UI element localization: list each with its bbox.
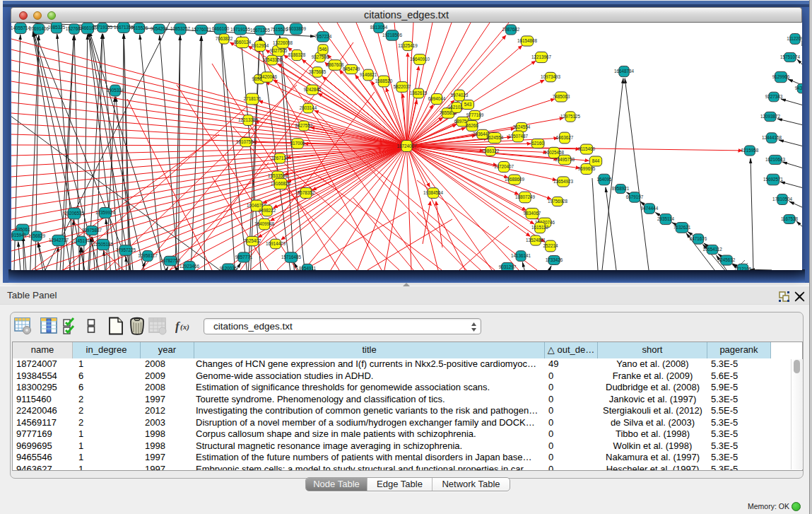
svg-text:16640910: 16640910 [410, 57, 430, 62]
svg-text:2935114: 2935114 [657, 216, 675, 221]
svg-text:10654112: 10654112 [702, 247, 722, 252]
svg-text:9129966: 9129966 [772, 74, 790, 79]
svg-text:13524851: 13524851 [526, 238, 546, 243]
svg-text:20691406: 20691406 [29, 26, 49, 31]
svg-text:15716485: 15716485 [281, 255, 302, 259]
svg-text:10973493: 10973493 [541, 74, 561, 79]
svg-text:12923466: 12923466 [180, 264, 200, 269]
svg-text:12213389: 12213389 [238, 117, 259, 122]
svg-text:2905334: 2905334 [107, 88, 124, 93]
svg-text:16210643: 16210643 [765, 157, 786, 162]
svg-text:6994044: 6994044 [428, 96, 446, 101]
svg-text:19218506: 19218506 [382, 33, 403, 37]
svg-text:8186328: 8186328 [288, 52, 306, 57]
svg-text:17810504: 17810504 [772, 197, 793, 201]
svg-text:12444158: 12444158 [762, 135, 782, 140]
svg-text:7357224: 7357224 [314, 34, 332, 39]
svg-text:17359924: 17359924 [95, 210, 116, 215]
svg-text:2867608: 2867608 [326, 62, 344, 67]
svg-text:1145194: 1145194 [73, 238, 90, 243]
svg-text:16782759: 16782759 [160, 258, 181, 263]
svg-text:1112209: 1112209 [787, 36, 802, 41]
svg-text:16543362: 16543362 [262, 57, 283, 62]
svg-text:10719155: 10719155 [93, 25, 113, 30]
svg-text:2803144: 2803144 [300, 105, 317, 110]
svg-text:9054209: 9054209 [151, 26, 168, 31]
svg-text:10025458: 10025458 [544, 150, 565, 155]
svg-text:8215958: 8215958 [741, 148, 759, 153]
svg-text:3267130: 3267130 [271, 156, 289, 160]
svg-text:1156829: 1156829 [28, 233, 46, 238]
svg-text:7986322: 7986322 [482, 148, 500, 153]
svg-text:1615112: 1615112 [531, 225, 549, 230]
svg-text:13533594: 13533594 [268, 173, 288, 178]
svg-text:9146821: 9146821 [360, 72, 377, 77]
svg-text:16154808: 16154808 [517, 38, 538, 43]
svg-text:10719155: 10719155 [230, 27, 251, 32]
svg-text:1588520: 1588520 [375, 78, 393, 83]
svg-text:8813054: 8813054 [370, 25, 388, 30]
svg-text:17957225: 17957225 [116, 247, 136, 252]
svg-text:317006: 317006 [290, 141, 305, 146]
svg-text:8958921: 8958921 [612, 186, 630, 191]
svg-text:15692571: 15692571 [763, 177, 784, 182]
svg-text:3915941: 3915941 [11, 233, 27, 238]
svg-text:3624554: 3624554 [513, 124, 531, 129]
svg-text:16671355: 16671355 [250, 28, 271, 33]
svg-text:16409948: 16409948 [254, 221, 275, 226]
svg-text:9327505: 9327505 [270, 48, 288, 53]
svg-text:19166825: 19166825 [271, 181, 291, 186]
svg-text:8912954: 8912954 [252, 43, 269, 48]
svg-text:1167538: 1167538 [781, 216, 799, 221]
svg-text:1733426: 1733426 [546, 257, 563, 262]
svg-text:8454749: 8454749 [343, 66, 360, 71]
svg-text:12093872: 12093872 [760, 114, 781, 119]
svg-text:9327508: 9327508 [312, 54, 329, 59]
svg-text:6463627: 6463627 [556, 135, 574, 140]
svg-text:7712105: 7712105 [734, 267, 752, 270]
svg-text:13226058: 13226058 [273, 40, 293, 45]
svg-text:7663822: 7663822 [216, 36, 233, 41]
svg-text:7625402: 7625402 [244, 238, 261, 243]
svg-text:1362615: 1362615 [410, 90, 428, 95]
svg-text:5974023: 5974023 [451, 93, 469, 98]
svg-text:9227343: 9227343 [765, 94, 783, 99]
svg-text:9120035: 9120035 [220, 266, 237, 270]
svg-text:14055714: 14055714 [11, 25, 30, 30]
svg-text:18807249: 18807249 [515, 194, 536, 199]
svg-text:10853257: 10853257 [170, 26, 191, 31]
svg-text:2718176: 2718176 [244, 96, 261, 101]
svg-text:10107554: 10107554 [236, 139, 257, 144]
svg-text:62160: 62160 [531, 141, 544, 146]
svg-text:19384554: 19384554 [423, 190, 444, 195]
svg-text:16914479: 16914479 [266, 241, 286, 246]
svg-text:18724007: 18724007 [396, 144, 417, 148]
svg-text:844: 844 [592, 158, 600, 163]
svg-text:3875685: 3875685 [309, 69, 326, 74]
svg-text:3624554: 3624554 [486, 135, 504, 140]
svg-text:9433554: 9433554 [795, 86, 802, 90]
svg-text:8427552: 8427552 [295, 123, 313, 128]
svg-text:9834067: 9834067 [524, 211, 541, 216]
svg-text:1085325: 1085325 [48, 25, 66, 30]
svg-text:8471676: 8471676 [690, 236, 707, 241]
svg-text:10688609: 10688609 [505, 177, 525, 182]
svg-text:546: 546 [319, 47, 327, 52]
svg-text:252214: 252214 [543, 243, 558, 248]
svg-text:12505185: 12505185 [93, 242, 114, 247]
svg-text:7515526: 7515526 [131, 25, 148, 30]
svg-text:10507487: 10507487 [508, 134, 529, 139]
svg-text:9777169: 9777169 [466, 112, 484, 117]
svg-text:5822037: 5822037 [394, 84, 411, 89]
svg-text:12213967: 12213967 [531, 54, 552, 59]
svg-text:19756928: 19756928 [548, 199, 568, 204]
svg-text:4498222: 4498222 [259, 208, 276, 213]
svg-text:16648784: 16648784 [614, 69, 635, 74]
svg-text:12942737: 12942737 [49, 238, 69, 243]
svg-text:9115460: 9115460 [578, 146, 596, 151]
svg-text:46266: 46266 [466, 123, 478, 128]
svg-text:23420046: 23420046 [257, 74, 278, 79]
svg-text:2087682: 2087682 [502, 27, 520, 32]
svg-text:10958117: 10958117 [138, 253, 158, 258]
svg-text:8660124: 8660124 [234, 40, 252, 45]
